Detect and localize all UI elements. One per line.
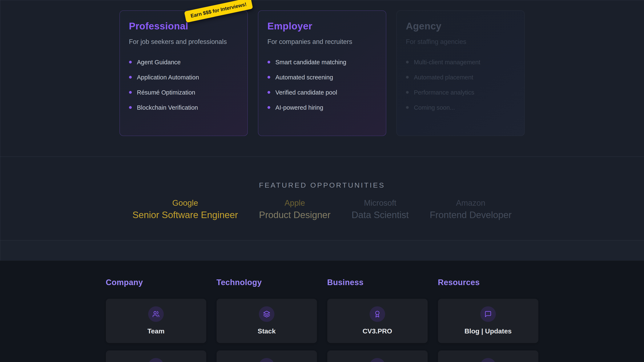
plan-title-employer: Employer xyxy=(268,20,377,32)
feature-item: Multi-client management xyxy=(406,59,515,66)
footer-col-resources: Resources Blog | Updates xyxy=(438,278,538,362)
footer-card-partial[interactable] xyxy=(216,351,317,362)
feature-item: Performance analytics xyxy=(406,89,515,96)
feature-item: Automated placement xyxy=(406,74,515,81)
layers-icon xyxy=(259,306,274,322)
site-footer: Company Team xyxy=(0,261,644,362)
featured-company: Apple xyxy=(259,198,331,207)
footer-col-company: Company Team xyxy=(106,278,206,362)
footer-card-partial[interactable] xyxy=(327,351,428,362)
plan-subtitle-professional: For job seekers and professionals xyxy=(129,38,238,46)
feature-item: AI-powered hiring xyxy=(268,104,377,111)
footer-heading-technology: Technology xyxy=(216,278,317,287)
icon-circle xyxy=(370,358,385,362)
message-square-icon xyxy=(480,306,496,322)
featured-item-google[interactable]: Google Senior Software Engineer xyxy=(132,198,238,220)
footer-heading-company: Company xyxy=(106,278,206,287)
plan-subtitle-employer: For companies and recruiters xyxy=(268,38,377,46)
featured-item-amazon[interactable]: Amazon Frontend Developer xyxy=(430,198,512,220)
footer-col-technology: Technology Stack xyxy=(216,278,317,362)
footer-card-partial[interactable] xyxy=(438,351,538,362)
footer-card-team[interactable]: Team xyxy=(106,299,206,343)
featured-company: Google xyxy=(132,198,238,207)
feature-item: Smart candidate matching xyxy=(268,59,377,66)
footer-card-stack[interactable]: Stack xyxy=(216,299,317,343)
feature-item: Verified candidate pool xyxy=(268,89,377,96)
featured-role: Product Designer xyxy=(259,210,331,220)
left-edge-divider xyxy=(0,0,0,261)
featured-role: Senior Software Engineer xyxy=(132,210,238,220)
feature-item: Résumé Optimization xyxy=(129,89,238,96)
feature-item: Blockchain Verification xyxy=(129,104,238,111)
footer-heading-business: Business xyxy=(327,278,428,287)
plan-features-employer: Smart candidate matching Automated scree… xyxy=(268,59,377,111)
page: Earn $$$ for Interviews! Professional Fo… xyxy=(0,0,644,362)
plan-features-professional: Agent Guidance Application Automation Ré… xyxy=(129,59,238,111)
featured-row: Google Senior Software Engineer Apple Pr… xyxy=(0,198,644,220)
featured-company: Amazon xyxy=(430,198,512,207)
feature-item: Agent Guidance xyxy=(129,59,238,66)
award-icon xyxy=(370,306,385,322)
featured-role: Data Scientist xyxy=(352,210,409,220)
plan-title-professional: Professional xyxy=(129,20,238,32)
users-icon xyxy=(148,306,164,322)
icon-circle xyxy=(148,358,164,362)
feature-item: Application Automation xyxy=(129,74,238,81)
plan-title-agency: Agency xyxy=(406,20,515,32)
featured-heading: FEATURED OPPORTUNITIES xyxy=(0,181,644,189)
icon-circle xyxy=(259,358,274,362)
footer-col-business: Business CV3.PRO xyxy=(327,278,428,362)
footer-heading-resources: Resources xyxy=(438,278,538,287)
footer-card-label: CV3.PRO xyxy=(362,327,392,335)
plan-card-agency: Agency For staffing agencies Multi-clien… xyxy=(396,10,525,136)
feature-item: Automated screening xyxy=(268,74,377,81)
plan-card-employer[interactable]: Employer For companies and recruiters Sm… xyxy=(258,10,386,136)
plan-features-agency: Multi-client management Automated placem… xyxy=(406,59,515,111)
featured-role: Frontend Developer xyxy=(430,210,512,220)
icon-circle xyxy=(480,358,496,362)
footer-card-label: Team xyxy=(147,327,164,335)
footer-card-label: Stack xyxy=(258,327,276,335)
plan-card-professional[interactable]: Earn $$$ for Interviews! Professional Fo… xyxy=(120,10,248,136)
footer-card-label: Blog | Updates xyxy=(464,327,512,335)
footer-card-blog[interactable]: Blog | Updates xyxy=(438,299,538,343)
plans-row: Earn $$$ for Interviews! Professional Fo… xyxy=(0,10,644,136)
featured-opportunities-section: FEATURED OPPORTUNITIES Google Senior Sof… xyxy=(0,157,644,240)
featured-item-microsoft[interactable]: Microsoft Data Scientist xyxy=(352,198,409,220)
plan-subtitle-agency: For staffing agencies xyxy=(406,38,515,46)
plans-section: Earn $$$ for Interviews! Professional Fo… xyxy=(0,0,644,157)
featured-company: Microsoft xyxy=(352,198,409,207)
featured-item-apple[interactable]: Apple Product Designer xyxy=(259,198,331,220)
section-divider-strip xyxy=(0,240,644,261)
earn-for-interviews-badge: Earn $$$ for Interviews! xyxy=(184,0,253,23)
footer-grid: Company Team xyxy=(0,278,644,362)
feature-item: Coming soon... xyxy=(406,104,515,111)
footer-card-cv3pro[interactable]: CV3.PRO xyxy=(327,299,428,343)
footer-card-partial[interactable] xyxy=(106,351,206,362)
